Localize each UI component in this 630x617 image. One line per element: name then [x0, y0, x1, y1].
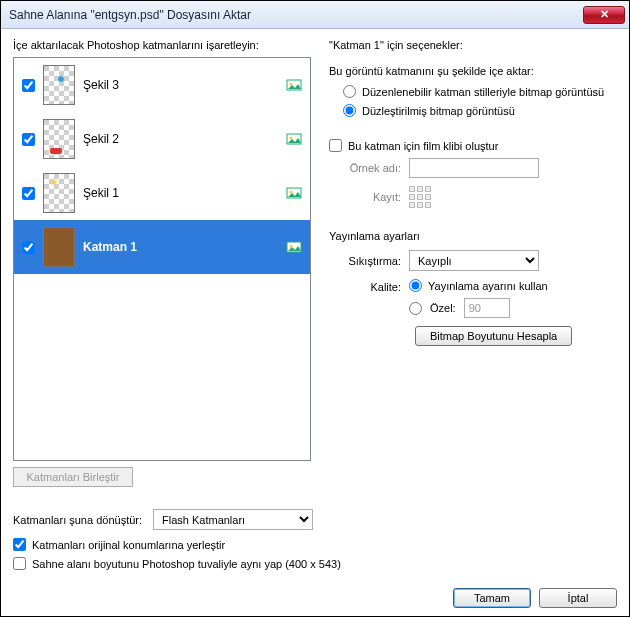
publish-heading: Yayınlama ayarları [329, 230, 617, 242]
movieclip-checkbox[interactable] [329, 139, 342, 152]
quality-label: Kalite: [329, 279, 409, 293]
titlebar: Sahne Alanına "entgsyn.psd" Dosyasını Ak… [1, 1, 629, 29]
compression-select[interactable]: Kayıplı [409, 250, 539, 271]
layer-row-selected[interactable]: Katman 1 [14, 220, 310, 274]
image-icon [286, 131, 302, 147]
layer-thumb [43, 227, 75, 267]
layer-name: Şekil 1 [83, 186, 278, 200]
layer-thumb [43, 65, 75, 105]
ok-button[interactable]: Tamam [453, 588, 531, 608]
convert-select[interactable]: Flash Katmanları [153, 509, 313, 530]
left-pane: İçe aktarılacak Photoshop katmanlarını i… [13, 39, 311, 497]
import-flat-radio[interactable] [343, 104, 356, 117]
quality-custom-radio[interactable] [409, 302, 422, 315]
stage-size-checkbox[interactable] [13, 557, 26, 570]
image-icon [286, 185, 302, 201]
place-original-label: Katmanları orijinal konumlarına yerleşti… [32, 539, 225, 551]
right-pane: "Katman 1" için seçenekler: Bu görüntü k… [329, 39, 617, 497]
image-icon [286, 77, 302, 93]
image-icon [286, 239, 302, 255]
layer-checkbox[interactable] [22, 133, 35, 146]
import-editable-radio[interactable] [343, 85, 356, 98]
layer-checkbox[interactable] [22, 79, 35, 92]
bottom-pane: Katmanları şuna dönüştür: Flash Katmanla… [13, 509, 617, 608]
calculate-bitmap-button[interactable]: Bitmap Boyutunu Hesapla [415, 326, 572, 346]
layer-checkbox[interactable] [22, 187, 35, 200]
layer-name: Şekil 3 [83, 78, 278, 92]
layers-heading: İçe aktarılacak Photoshop katmanlarını i… [13, 39, 311, 51]
cancel-button[interactable]: İptal [539, 588, 617, 608]
registration-label: Kayıt: [329, 191, 409, 203]
layer-row[interactable]: Şekil 2 [14, 112, 310, 166]
window-title: Sahne Alanına "entgsyn.psd" Dosyasını Ak… [9, 8, 583, 22]
merge-layers-button: Katmanları Birleştir [13, 467, 133, 487]
close-icon: ✕ [600, 8, 609, 21]
import-flat-label: Düzleştirilmiş bitmap görüntüsü [362, 105, 515, 117]
quality-publish-label: Yayınlama ayarını kullan [428, 280, 548, 292]
options-heading: "Katman 1" için seçenekler: [329, 39, 617, 51]
dialog-window: Sahne Alanına "entgsyn.psd" Dosyasını Ak… [0, 0, 630, 617]
layer-name: Şekil 2 [83, 132, 278, 146]
quality-publish-radio[interactable] [409, 279, 422, 292]
registration-grid [409, 186, 431, 208]
quality-custom-label: Özel: [430, 302, 456, 314]
close-button[interactable]: ✕ [583, 6, 625, 24]
layer-checkbox[interactable] [22, 241, 35, 254]
convert-label: Katmanları şuna dönüştür: [13, 514, 153, 526]
movieclip-label: Bu katman için film klibi oluştur [348, 140, 498, 152]
quality-custom-input [464, 298, 510, 318]
layer-row[interactable]: Şekil 3 [14, 58, 310, 112]
instance-name-input [409, 158, 539, 178]
layer-thumb [43, 119, 75, 159]
stage-size-label: Sahne alanı boyutunu Photoshop tuvaliyle… [32, 558, 341, 570]
import-as-heading: Bu görüntü katmanını şu şekilde içe akta… [329, 65, 617, 77]
layer-name: Katman 1 [83, 240, 278, 254]
layer-list[interactable]: Şekil 3 Şekil 2 [13, 57, 311, 461]
dialog-body: İçe aktarılacak Photoshop katmanlarını i… [1, 29, 629, 616]
layer-thumb [43, 173, 75, 213]
layer-row[interactable]: Şekil 1 [14, 166, 310, 220]
instance-name-label: Örnek adı: [329, 162, 409, 174]
place-original-checkbox[interactable] [13, 538, 26, 551]
import-editable-label: Düzenlenebilir katman stilleriyle bitmap… [362, 86, 604, 98]
compression-label: Sıkıştırma: [329, 255, 409, 267]
